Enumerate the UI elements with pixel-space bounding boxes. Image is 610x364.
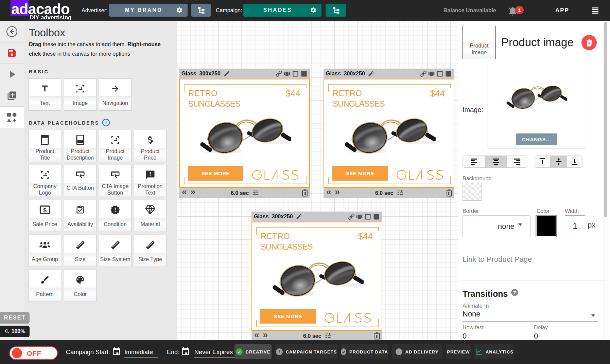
svg-text:?: ? bbox=[513, 290, 516, 295]
svg-text:$: $ bbox=[43, 207, 47, 214]
